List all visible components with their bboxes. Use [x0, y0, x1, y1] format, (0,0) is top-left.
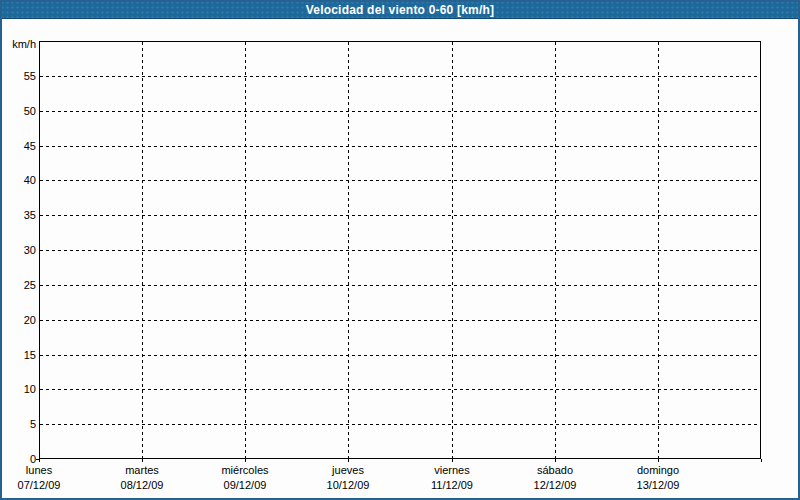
- y-tick-label: 20: [0, 313, 36, 327]
- y-tick-label: 15: [0, 348, 36, 362]
- x-tick-day: martes: [82, 463, 202, 478]
- x-tick-date: 12/12/09: [495, 478, 615, 493]
- x-tick-label: jueves10/12/09: [288, 463, 408, 493]
- y-tick-label: 35: [0, 208, 36, 222]
- x-tick-day: miércoles: [185, 463, 305, 478]
- y-tick-label: 10: [0, 382, 36, 396]
- y-tick-label: 50: [0, 104, 36, 118]
- x-tick-day: domingo: [598, 463, 718, 478]
- x-tick-label: miércoles09/12/09: [185, 463, 305, 493]
- y-tick-label: 55: [0, 69, 36, 83]
- x-tick-label: martes08/12/09: [82, 463, 202, 493]
- x-tick-label: sábado12/12/09: [495, 463, 615, 493]
- x-tick-day: sábado: [495, 463, 615, 478]
- x-tick-label: viernes11/12/09: [392, 463, 512, 493]
- x-tick-day: viernes: [392, 463, 512, 478]
- y-tick-label: 45: [0, 139, 36, 153]
- y-axis-unit-label: km/h: [0, 37, 36, 51]
- y-tick-label: 40: [0, 173, 36, 187]
- x-tick-date: 10/12/09: [288, 478, 408, 493]
- x-tick-day: jueves: [288, 463, 408, 478]
- x-tick-date: 11/12/09: [392, 478, 512, 493]
- x-tick-label: domingo13/12/09: [598, 463, 718, 493]
- y-tick-label: 30: [0, 243, 36, 257]
- x-tick-date: 13/12/09: [598, 478, 718, 493]
- wind-speed-chart-window: Velocidad del viento 0-60 [km/h] km/h 05…: [0, 0, 800, 500]
- x-tick-date: 09/12/09: [185, 478, 305, 493]
- x-tick-date: 08/12/09: [82, 478, 202, 493]
- y-tick-label: 25: [0, 278, 36, 292]
- plot-grid: [0, 0, 800, 500]
- y-tick-label: 5: [0, 417, 36, 431]
